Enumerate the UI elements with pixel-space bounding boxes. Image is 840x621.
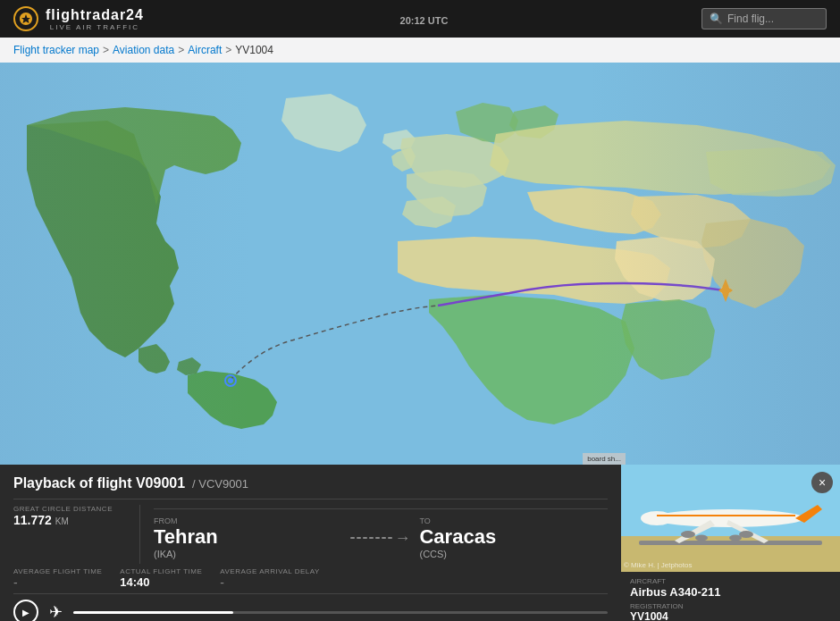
avg-flight-time: AVERAGE FLIGHT TIME - [13, 567, 102, 590]
plane-icon: ✈ [49, 602, 63, 621]
map-svg [0, 63, 840, 465]
flight-title: Playback of flight V09001 [13, 475, 185, 491]
close-button[interactable]: × [811, 472, 833, 493]
bottom-panel: Playback of flight V09001 / VCV9001 GREA… [0, 465, 840, 621]
route-from: FROM Tehran (IKA) [154, 516, 342, 559]
route-row: FROM Tehran (IKA) → TO Caracas (CCS) [154, 508, 608, 564]
vcv-code: / VCV9001 [192, 477, 248, 491]
search-icon: 🔍 [710, 13, 723, 25]
svg-point-13 [729, 535, 742, 541]
map-attribution: board sh... [583, 453, 626, 465]
logo-subtext: LIVE AIR TRAFFIC [46, 23, 144, 31]
svg-point-9 [641, 511, 673, 525]
map-container[interactable]: board sh... [0, 63, 840, 465]
panel-left: Playback of flight V09001 / VCV9001 GREA… [0, 465, 621, 621]
breadcrumb-current: YV1004 [235, 44, 273, 56]
aircraft-info: AIRCRAFT Airbus A340-211 REGISTRATION YV… [621, 572, 840, 621]
panel-right: × [621, 465, 840, 621]
search-box[interactable]: 🔍 Find flig... [701, 8, 827, 29]
progress-bar-container[interactable] [73, 611, 608, 614]
photo-copyright: © Mike H. | Jetphotos [624, 561, 692, 569]
aircraft-image: © Mike H. | Jetphotos [621, 465, 840, 572]
great-circle-stat: GREAT CIRCLE DISTANCE 11.772 KM [13, 505, 126, 564]
avg-arrival-delay: AVERAGE ARRIVAL DELAY - [220, 567, 320, 590]
stats-row: GREAT CIRCLE DISTANCE 11.772 KM FROM Teh… [13, 499, 608, 564]
header: flightradar24 LIVE AIR TRAFFIC 20:12UTC … [0, 0, 840, 38]
breadcrumb: Flight tracker map > Aviation data > Air… [0, 38, 840, 63]
logo-area: flightradar24 LIVE AIR TRAFFIC [13, 6, 144, 31]
logo-icon [13, 6, 38, 31]
route-section: FROM Tehran (IKA) → TO Caracas (CCS) [154, 505, 608, 564]
breadcrumb-flight-tracker[interactable]: Flight tracker map [13, 44, 99, 56]
actual-flight-time: ACTUAL FLIGHT TIME 14:40 [120, 567, 202, 590]
svg-point-10 [681, 531, 695, 538]
progress-bar [73, 611, 233, 614]
controls-row: ▶ ✈ [13, 593, 608, 621]
header-time: 20:12UTC [398, 12, 449, 27]
extra-stats: AVERAGE FLIGHT TIME - ACTUAL FLIGHT TIME… [13, 567, 608, 593]
breadcrumb-aircraft[interactable]: Aircraft [188, 44, 222, 56]
breadcrumb-aviation-data[interactable]: Aviation data [113, 44, 174, 56]
route-arrow: → [341, 529, 419, 548]
svg-point-11 [695, 535, 708, 541]
route-to: TO Caracas (CCS) [419, 516, 608, 559]
svg-rect-7 [639, 541, 822, 545]
panel-title: Playback of flight V09001 / VCV9001 [13, 475, 608, 491]
play-button[interactable]: ▶ [13, 600, 38, 621]
logo-text: flightradar24 LIVE AIR TRAFFIC [46, 7, 144, 31]
